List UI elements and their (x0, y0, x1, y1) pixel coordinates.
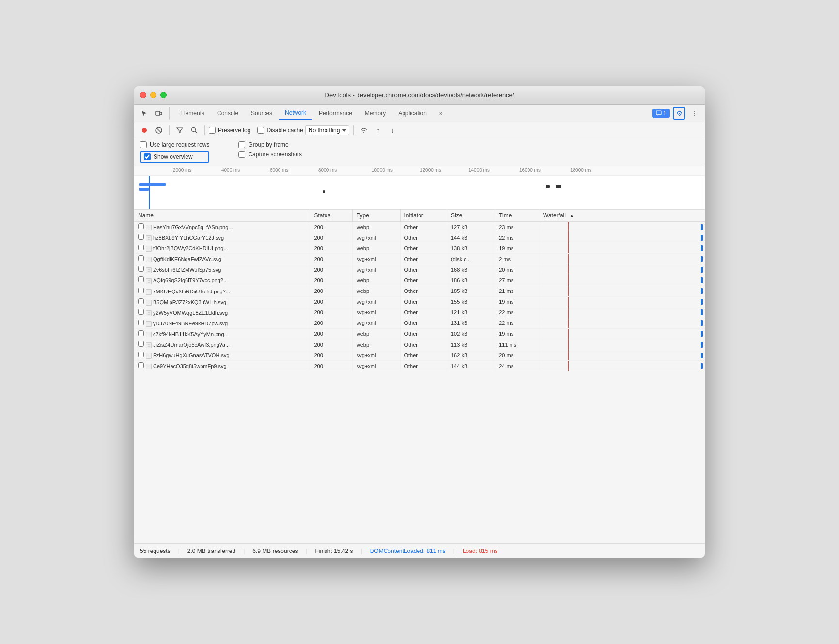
status-bar: 55 requests | 2.0 MB transferred | 6.9 M… (134, 543, 705, 558)
tab-elements[interactable]: Elements (174, 107, 210, 120)
ruler-mark-6000: 6000 ms (270, 168, 288, 173)
request-size: (disk c... (447, 254, 495, 264)
request-status: 200 (310, 318, 352, 328)
request-initiator: Other (400, 264, 447, 275)
file-icon: □ (146, 225, 152, 230)
table-row[interactable]: □QgftKdlKE6NqaFwlZAVc.svg200svg+xmlOther… (134, 254, 705, 264)
close-button[interactable] (140, 92, 146, 98)
clear-button[interactable] (153, 124, 165, 137)
maximize-button[interactable] (160, 92, 167, 98)
cursor-icon[interactable] (138, 107, 151, 120)
disable-cache-label[interactable]: Disable cache (257, 127, 303, 134)
file-icon: □ (146, 321, 152, 327)
more-menu-button[interactable]: ⋮ (688, 107, 701, 120)
minimize-button[interactable] (150, 92, 156, 98)
col-header-status[interactable]: Status (310, 210, 352, 222)
request-waterfall (539, 307, 705, 318)
tab-application[interactable]: Application (392, 107, 433, 120)
tab-console[interactable]: Console (211, 107, 244, 120)
tab-memory[interactable]: Memory (359, 107, 391, 120)
table-row[interactable]: □HasYhu7GxVVnpc5q_fASn.png...200webpOthe… (134, 222, 705, 232)
sort-arrow: ▲ (569, 213, 574, 218)
request-status: 200 (310, 328, 352, 339)
request-type: svg+xml (352, 264, 400, 275)
request-size: 155 kB (447, 296, 495, 307)
ruler-mark-14000: 14000 ms (468, 168, 490, 173)
timeline-graph[interactable] (134, 176, 705, 210)
col-header-name[interactable]: Name (134, 210, 310, 222)
table-row[interactable]: □AQfq69qS2Ig6lT9Y7vcc.png?...200webpOthe… (134, 275, 705, 286)
request-initiator: Other (400, 328, 447, 339)
request-name: B5QMjpRJZ72xKQ3uWLlh.svg (153, 299, 226, 305)
file-icon: □ (146, 235, 152, 241)
large-rows-setting[interactable]: Use large request rows (140, 141, 209, 148)
tab-network[interactable]: Network (279, 107, 312, 120)
ruler-mark-4000: 4000 ms (221, 168, 240, 173)
request-status: 200 (310, 275, 352, 286)
large-rows-checkbox[interactable] (140, 141, 147, 148)
record-button[interactable] (138, 124, 151, 137)
col-header-waterfall[interactable]: Waterfall ▲ (539, 210, 705, 222)
network-table[interactable]: Name Status Type Initiator Size Time Wat… (134, 210, 705, 543)
red-timing-line (568, 318, 569, 328)
request-type: webp (352, 339, 400, 350)
tab-sources[interactable]: Sources (245, 107, 278, 120)
request-time: 19 ms (495, 296, 539, 307)
request-status: 200 (310, 296, 352, 307)
table-row[interactable]: □Ce9YHacO35q8t5wbmFp9.svg200svg+xmlOther… (134, 361, 705, 371)
request-name: Zv6sbHi6fZfZMWufSp75.svg (153, 267, 221, 273)
table-row[interactable]: □B5QMjpRJZ72xKQ3uWLlh.svg200svg+xmlOther… (134, 296, 705, 307)
request-initiator: Other (400, 296, 447, 307)
table-row[interactable]: □tJOhr2jBQWy2CdKHDlUI.png...200webpOther… (134, 243, 705, 254)
disable-cache-checkbox[interactable] (257, 127, 264, 134)
col-header-time[interactable]: Time (495, 210, 539, 222)
table-row[interactable]: □hz8BXb9YIYLhCGarY12J.svg200svg+xmlOther… (134, 232, 705, 243)
table-row[interactable]: □Zv6sbHi6fZfZMWufSp75.svg200svg+xmlOther… (134, 264, 705, 275)
request-waterfall (539, 318, 705, 328)
group-by-frame-setting[interactable]: Group by frame (238, 141, 302, 148)
group-by-frame-checkbox[interactable] (238, 141, 245, 148)
download-icon[interactable]: ↓ (387, 124, 399, 137)
upload-icon[interactable]: ↑ (372, 124, 385, 137)
request-status: 200 (310, 254, 352, 264)
red-timing-line (568, 361, 569, 371)
request-initiator: Other (400, 350, 447, 361)
settings-icon-button[interactable]: ⚙ (673, 107, 685, 120)
table-row[interactable]: □FzH6gwuHgXuGnasATVOH.svg200svg+xmlOther… (134, 350, 705, 361)
search-button[interactable] (188, 124, 201, 137)
request-initiator: Other (400, 222, 447, 232)
request-initiator: Other (400, 286, 447, 296)
table-row[interactable]: □xMKUHQxXLiRDiiUTol5J.png?...200webpOthe… (134, 286, 705, 296)
device-icon[interactable] (153, 107, 165, 120)
settings-col-right: Group by frame Capture screenshots (238, 141, 302, 158)
status-transferred: 2.0 MB transferred (187, 548, 235, 554)
red-timing-line (568, 254, 569, 264)
request-time: 24 ms (495, 361, 539, 371)
throttle-select[interactable]: No throttling (305, 125, 349, 135)
capture-screenshots-checkbox[interactable] (238, 151, 245, 158)
table-row[interactable]: □yDJ70NF49BREe9kHD7pw.svg200svg+xmlOther… (134, 318, 705, 328)
ruler-mark-18000: 18000 ms (570, 168, 591, 173)
feedback-button[interactable]: 1 (652, 109, 670, 118)
col-header-initiator[interactable]: Initiator (400, 210, 447, 222)
capture-screenshots-setting[interactable]: Capture screenshots (238, 151, 302, 158)
col-header-size[interactable]: Size (447, 210, 495, 222)
tab-performance[interactable]: Performance (313, 107, 358, 120)
settings-panel: Use large request rows Show overview Gro… (134, 138, 705, 166)
preserve-log-label[interactable]: Preserve log (209, 127, 250, 134)
request-type: svg+xml (352, 296, 400, 307)
col-header-type[interactable]: Type (352, 210, 400, 222)
table-row[interactable]: □JiZisZ4UmarOjo5cAwf3.png?a...200webpOth… (134, 339, 705, 350)
filter-button[interactable] (173, 124, 186, 137)
wifi-icon[interactable] (357, 124, 370, 137)
tab-more[interactable]: » (434, 107, 449, 120)
show-overview-checkbox[interactable] (144, 153, 151, 160)
show-overview-setting[interactable]: Show overview (140, 151, 209, 163)
table-row[interactable]: □y2W5yVOMWqgL8ZE1Lklh.svg200svg+xmlOther… (134, 307, 705, 318)
red-timing-line (568, 286, 569, 296)
request-time: 2 ms (495, 254, 539, 264)
table-row[interactable]: □c7kf94kHB11kK5AyYyMn.png...200webpOther… (134, 328, 705, 339)
preserve-log-checkbox[interactable] (209, 127, 216, 134)
svg-rect-0 (156, 111, 160, 115)
request-status: 200 (310, 222, 352, 232)
